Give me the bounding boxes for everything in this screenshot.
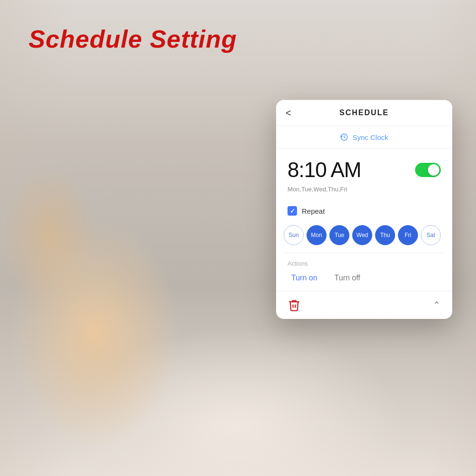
turn-off-button[interactable]: Turn off — [331, 272, 364, 284]
card-header: < SCHEDULE — [276, 100, 452, 126]
day-pill-wed[interactable]: Wed — [352, 225, 372, 245]
actions-section: Actions Turn on Turn off — [276, 253, 452, 291]
sync-clock-row[interactable]: Sync Clock — [276, 126, 452, 149]
checkmark-icon: ✓ — [290, 208, 295, 215]
delete-icon[interactable] — [288, 298, 301, 312]
day-pill-sun[interactable]: Sun — [284, 225, 304, 245]
time-section: 8:10 AM — [276, 149, 452, 186]
day-pill-tue[interactable]: Tue — [329, 225, 349, 245]
schedule-toggle[interactable] — [415, 163, 441, 177]
time-display[interactable]: 8:10 AM — [288, 158, 361, 182]
repeat-row: ✓ Repeat — [276, 200, 452, 221]
day-pill-mon[interactable]: Mon — [307, 225, 327, 245]
app-card: < SCHEDULE Sync Clock 8:10 AM Mon,Tue,We… — [276, 100, 452, 319]
day-pill-thu[interactable]: Thu — [375, 225, 395, 245]
turn-on-button[interactable]: Turn on — [288, 272, 321, 284]
actions-label: Actions — [288, 260, 441, 267]
toggle-knob — [428, 164, 439, 176]
page-title: Schedule Setting — [29, 25, 237, 53]
sync-clock-label: Sync Clock — [352, 133, 388, 141]
clock-sync-icon — [340, 133, 348, 141]
action-buttons: Turn on Turn off — [288, 272, 441, 284]
repeat-label: Repeat — [302, 207, 325, 215]
day-pill-sat[interactable]: Sat — [421, 225, 441, 245]
back-button[interactable]: < — [286, 108, 291, 119]
collapse-icon[interactable]: ⌃ — [433, 299, 441, 311]
day-pill-fri[interactable]: Fri — [398, 225, 418, 245]
days-row: Sun Mon Tue Wed Thu Fri Sat — [276, 221, 452, 253]
repeat-checkbox[interactable]: ✓ — [288, 206, 297, 216]
days-summary: Mon,Tue,Wed,Thu,Fri — [276, 186, 452, 200]
schedule-header-title: SCHEDULE — [339, 109, 389, 117]
card-bottom: ⌃ — [276, 291, 452, 319]
